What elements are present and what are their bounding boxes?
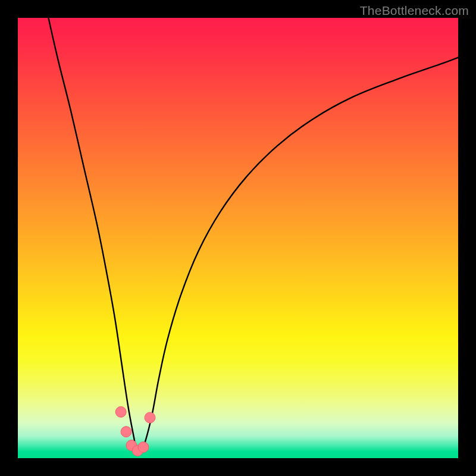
curve-marker [121, 427, 131, 437]
curve-marker [145, 412, 155, 423]
curve-layer [18, 18, 458, 458]
curve-markers [115, 406, 155, 456]
plot-area [18, 18, 458, 458]
bottleneck-curve [46, 18, 458, 453]
curve-marker [138, 442, 149, 453]
watermark-text: TheBottleneck.com [360, 4, 469, 18]
curve-marker [115, 406, 126, 417]
chart-stage: TheBottleneck.com [0, 0, 476, 476]
